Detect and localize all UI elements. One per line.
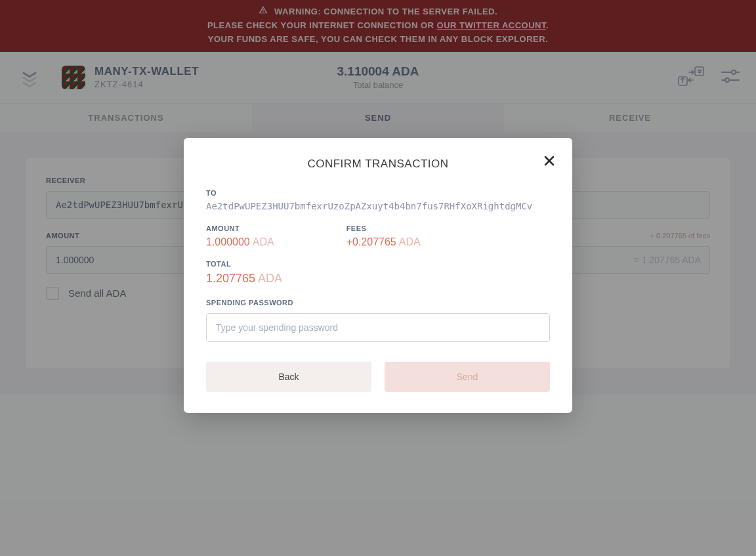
close-icon[interactable] [543, 155, 555, 169]
modal-total-label: TOTAL [206, 260, 550, 268]
total-number: 1.207765 [206, 272, 255, 285]
to-label: TO [206, 189, 550, 197]
modal-amount-value: 1.000000ADA [206, 236, 274, 248]
password-label: SPENDING PASSWORD [206, 299, 550, 307]
amount-unit: ADA [253, 236, 274, 247]
modal-fees-label: FEES [346, 225, 421, 232]
spending-password-input[interactable] [206, 313, 550, 342]
modal-title: CONFIRM TRANSACTION [206, 158, 550, 171]
back-button[interactable]: Back [206, 362, 371, 392]
fees-number: +0.207765 [346, 236, 396, 247]
modal-fees-value: +0.207765ADA [346, 236, 421, 248]
modal-amount-label: AMOUNT [206, 225, 274, 232]
modal-total-value: 1.207765ADA [206, 272, 550, 286]
total-unit: ADA [258, 272, 282, 285]
amount-number: 1.000000 [206, 236, 250, 247]
fees-unit: ADA [399, 236, 421, 247]
confirm-transaction-modal: CONFIRM TRANSACTION TO Ae2tdPwUPEZ3HUU7b… [184, 138, 572, 413]
send-button[interactable]: Send [385, 362, 550, 392]
modal-overlay: CONFIRM TRANSACTION TO Ae2tdPwUPEZ3HUU7b… [0, 0, 756, 556]
to-address: Ae2tdPwUPEZ3HUU7bmfexrUzoZpAZxuyt4b4bn7f… [206, 201, 550, 211]
